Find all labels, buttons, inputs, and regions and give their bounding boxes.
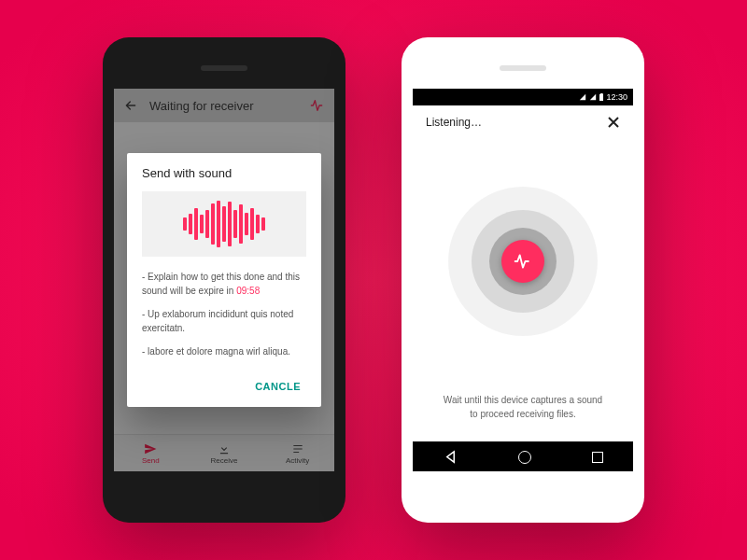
nav-home-icon[interactable] bbox=[518, 451, 531, 464]
listening-screen: Listening… Wait until this device captur… bbox=[413, 105, 633, 441]
listening-button[interactable] bbox=[501, 240, 544, 283]
svg-rect-2 bbox=[599, 94, 604, 101]
device-white: 12:30 Listening… Wait until this device … bbox=[402, 37, 644, 523]
nav-back-icon[interactable] bbox=[444, 450, 458, 464]
dialog-line1: - Explain how to get this done and this … bbox=[142, 270, 306, 298]
signal-icon bbox=[579, 93, 586, 101]
signal-icon-2 bbox=[589, 93, 597, 101]
modal-scrim[interactable]: Send with sound - Explain how to get thi… bbox=[114, 89, 334, 471]
countdown: 09:58 bbox=[236, 286, 260, 296]
speaker-slot bbox=[500, 65, 546, 71]
status-bar: 12:30 bbox=[413, 89, 633, 105]
dialog-line3: - labore et dolore magna wirl aliqua. bbox=[142, 344, 306, 358]
send-sound-dialog: Send with sound - Explain how to get thi… bbox=[127, 153, 321, 407]
device-black: 12:30 Waiting for receiver Send Receive bbox=[103, 37, 345, 523]
soundwave-visual bbox=[142, 191, 306, 257]
listen-message: Wait until this device captures a sound … bbox=[413, 393, 633, 441]
nav-recent-icon[interactable] bbox=[592, 452, 603, 463]
screen: 12:30 Waiting for receiver Send Receive bbox=[114, 89, 334, 471]
android-nav-bar bbox=[413, 441, 633, 471]
dialog-title: Send with sound bbox=[142, 166, 306, 180]
dialog-line2: - Up exlaborum incididunt quis noted exe… bbox=[142, 307, 306, 335]
listen-title: Listening… bbox=[426, 116, 482, 129]
pulse-icon bbox=[514, 252, 532, 271]
speaker-slot bbox=[201, 65, 247, 71]
status-time: 12:30 bbox=[606, 92, 627, 102]
battery-icon bbox=[599, 93, 604, 101]
cancel-button[interactable]: CANCLE bbox=[249, 373, 306, 399]
close-icon[interactable] bbox=[607, 116, 620, 129]
listening-rings bbox=[413, 130, 633, 393]
svg-rect-3 bbox=[600, 93, 602, 94]
screen: 12:30 Listening… Wait until this device … bbox=[413, 89, 633, 471]
